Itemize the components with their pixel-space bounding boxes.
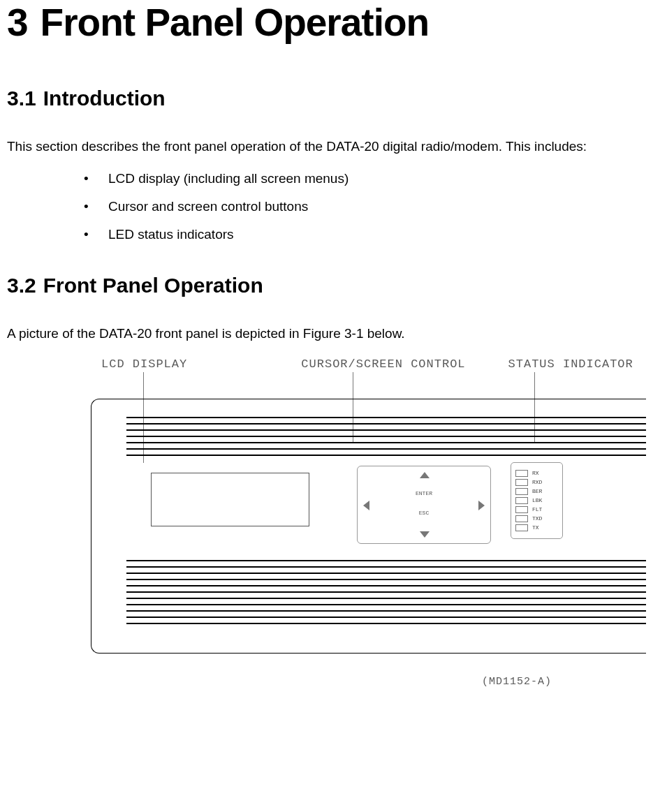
list-item: LED status indicators [84,227,646,242]
intro-bullet-list: LCD display (including all screen menus)… [7,171,646,242]
led-row: FLT [515,505,558,514]
esc-button-label: ESC [358,510,490,516]
led-label: LBK [532,497,542,503]
led-label: TXD [532,515,542,522]
section-3-1-intro: This section describes the front panel o… [7,138,646,156]
led-icon [515,497,528,504]
enter-button-label: ENTER [358,490,490,496]
section-3-2-intro: A picture of the DATA-20 front panel is … [7,325,646,343]
led-row: BER [515,487,558,496]
section-3-2-number: 3.2 [7,274,36,297]
section-3-2-title: Front Panel Operation [43,274,263,297]
led-row: RXD [515,478,558,487]
section-3-1-heading: 3.1Introduction [7,87,646,110]
front-panel-figure: LCD DISPLAY CURSOR/SCREEN CONTROL STATUS… [7,357,646,688]
section-3-1-title: Introduction [43,87,166,110]
list-item: Cursor and screen control buttons [84,199,646,214]
arrow-down-icon [420,531,430,538]
led-label: BER [532,488,542,494]
chapter-number: 3 [7,1,28,44]
front-panel-outline: ENTER ESC RX RXD BER LBK FLT TXD TX [91,399,646,654]
status-indicator-block: RX RXD BER LBK FLT TXD TX [511,462,563,539]
cursor-control-block: ENTER ESC [357,466,491,544]
lcd-display-icon [151,473,309,526]
led-label: FLT [532,506,542,512]
arrow-right-icon [478,501,485,510]
section-3-1-number: 3.1 [7,87,36,110]
led-icon [515,515,528,522]
led-row: RX [515,468,558,478]
arrow-up-icon [420,472,430,478]
led-icon [515,470,528,477]
vent-lines-top [126,417,646,461]
led-icon [515,479,528,486]
chapter-heading: 3Front Panel Operation [7,0,646,45]
led-icon [515,488,528,495]
led-label: RX [532,470,539,476]
callout-cursor-control: CURSOR/SCREEN CONTROL [301,357,508,371]
led-icon [515,506,528,513]
figure-leader-lines [101,371,646,399]
arrow-left-icon [363,501,369,510]
drawing-id: (MD1152-A) [7,676,552,688]
led-row: TXD [515,514,558,523]
chapter-title: Front Panel Operation [41,1,430,44]
callout-status-indicator: STATUS INDICATOR [508,357,646,371]
led-icon [515,524,528,531]
list-item: LCD display (including all screen menus) [84,171,646,186]
section-3-2-heading: 3.2Front Panel Operation [7,274,646,297]
led-row: LBK [515,496,558,505]
led-row: TX [515,523,558,532]
led-label: RXD [532,479,542,485]
vent-lines-bottom [126,560,646,629]
callout-lcd-display: LCD DISPLAY [101,357,301,371]
led-label: TX [532,524,539,531]
figure-callout-labels: LCD DISPLAY CURSOR/SCREEN CONTROL STATUS… [101,357,646,371]
